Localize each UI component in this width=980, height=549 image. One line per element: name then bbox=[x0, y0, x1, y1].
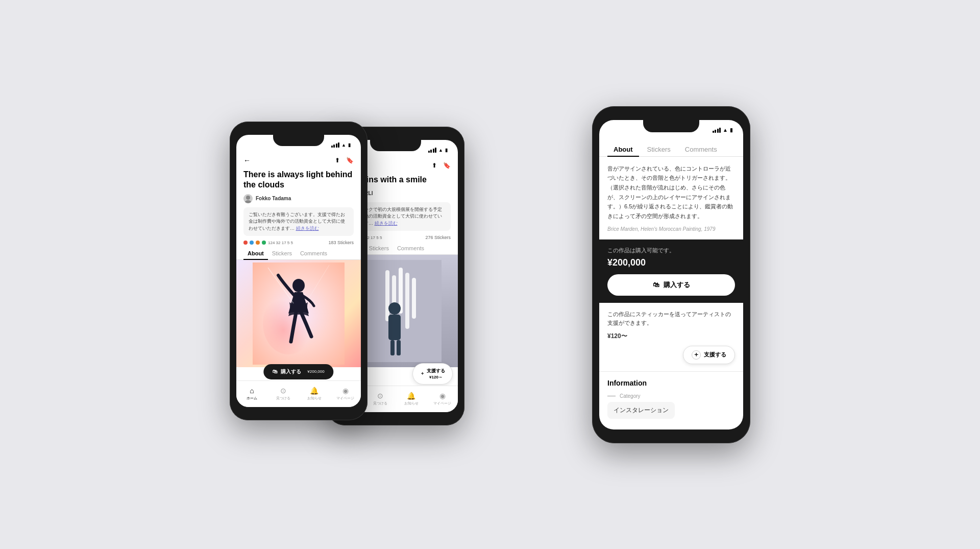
profile-icon: ◉ bbox=[439, 392, 446, 400]
sticker-count: 183 Stickers bbox=[328, 240, 354, 245]
tabs: About Stickers Comments bbox=[236, 247, 361, 260]
dot-numbers: 32 17 5 5 bbox=[365, 235, 382, 240]
buy-button-large[interactable]: 🛍 購入する bbox=[607, 274, 735, 296]
bell-icon: 🔔 bbox=[407, 392, 415, 400]
dot-orange bbox=[256, 241, 260, 245]
article-title: There is always light behind the clouds bbox=[236, 166, 361, 192]
support-button-large[interactable]: ＋ 支援する bbox=[683, 346, 735, 364]
large-tabs: About Stickers Comments bbox=[599, 138, 743, 157]
tab-stickers[interactable]: Stickers bbox=[268, 247, 296, 259]
home-icon: ⌂ bbox=[250, 387, 254, 395]
tab-comments[interactable]: Comments bbox=[393, 242, 428, 254]
author-name: Fokko Tadama bbox=[256, 196, 291, 201]
support-section: この作品にスティッカーを送ってアーティストの支援ができます。 ¥120〜 ＋ 支… bbox=[599, 303, 743, 372]
sticker-count: 276 Stickers bbox=[425, 235, 451, 240]
phone-1: 9:41 ▲ ▮ ← ⬆ 🔖 bbox=[230, 122, 368, 420]
profile-icon: ◉ bbox=[342, 387, 349, 395]
nav-mypage[interactable]: ◉ マイページ bbox=[330, 387, 361, 401]
share-icon[interactable]: ⬆ bbox=[432, 162, 437, 169]
support-button[interactable]: ＋ 支援する¥120～ bbox=[412, 363, 453, 385]
svg-rect-11 bbox=[397, 340, 401, 355]
search-icon: ⊙ bbox=[377, 392, 383, 400]
battery-icon: ▮ bbox=[445, 148, 448, 153]
dot-green bbox=[262, 241, 266, 245]
author-row: Fokko Tadama bbox=[236, 192, 361, 205]
dot-numbers: 124 32 17 5 5 bbox=[268, 241, 293, 245]
support-text: この作品にスティッカーを送ってアーティストの支援ができます。 bbox=[607, 310, 735, 328]
wifi-icon: ▲ bbox=[341, 142, 346, 148]
read-more-link[interactable]: 続きを読む bbox=[296, 226, 319, 231]
nav-discover[interactable]: ⊙ 見つける bbox=[267, 387, 299, 401]
search-icon: ⊙ bbox=[280, 387, 286, 395]
plus-icon: ＋ bbox=[420, 370, 425, 377]
purchase-label: この作品は購入可能です。 bbox=[607, 247, 735, 254]
nav-notify[interactable]: 🔔 お知らせ bbox=[299, 387, 330, 401]
purchase-section: この作品は購入可能です。 ¥200,000 🛍 購入する bbox=[599, 240, 743, 303]
svg-point-13 bbox=[245, 200, 251, 203]
description-text: 音がアサインされている、色にコントローラが近づいたとき、その音階と色がトリガーさ… bbox=[607, 164, 735, 221]
phone-3: 9:41 ▲ ▮ About Stickers Comments 音がアサイ bbox=[592, 106, 750, 443]
svg-point-12 bbox=[246, 196, 250, 200]
buy-price: ¥200,000 bbox=[307, 369, 324, 374]
phone-group-left: 9:41 ▲ ▮ ← ⬆ 🔖 bbox=[230, 122, 459, 428]
svg-rect-6 bbox=[405, 273, 409, 329]
tab-about[interactable]: About bbox=[243, 247, 268, 259]
bell-icon: 🔔 bbox=[310, 387, 318, 395]
buy-button[interactable]: 🛍 購入する ¥200,000 bbox=[263, 364, 333, 379]
battery-icon: ▮ bbox=[348, 142, 351, 148]
dot-blue bbox=[250, 241, 254, 245]
info-section: Information Category インスタレーション bbox=[599, 372, 743, 424]
artwork-image bbox=[236, 260, 361, 367]
svg-rect-3 bbox=[385, 270, 389, 321]
cart-icon: 🛍 bbox=[653, 281, 659, 289]
tab-stickers-large[interactable]: Stickers bbox=[641, 142, 677, 156]
svg-point-8 bbox=[388, 302, 401, 315]
description-section: 音がアサインされている、色にコントローラが近づいたとき、その音階と色がトリガーさ… bbox=[599, 157, 743, 240]
support-price: ¥120〜 bbox=[607, 332, 735, 341]
description-credit: Brice Marden, Helen's Moroccan Painting,… bbox=[607, 226, 735, 232]
nav-home[interactable]: ⌂ ホーム bbox=[236, 387, 267, 401]
nav-bar: ← ⬆ 🔖 bbox=[236, 153, 361, 166]
category-value: インスタレーション bbox=[607, 402, 675, 419]
tab-comments-large[interactable]: Comments bbox=[679, 142, 723, 156]
description-box: ご覧いただき有難うございます。支援で得たお金は制作費や海外での活動資金として大切… bbox=[243, 207, 354, 236]
author-avatar bbox=[243, 194, 253, 203]
nav-discover[interactable]: ⊙ 見つける bbox=[364, 392, 396, 406]
support-label: 支援する¥120～ bbox=[427, 368, 445, 380]
dot-red bbox=[243, 241, 248, 245]
buy-label: 購入する bbox=[664, 280, 690, 290]
svg-rect-7 bbox=[412, 278, 416, 319]
bottom-nav: ⌂ ホーム ⊙ 見つける 🔔 お知らせ ◉ マ bbox=[236, 380, 361, 407]
scene: 9:41 ▲ ▮ ← ⬆ 🔖 bbox=[230, 106, 750, 443]
read-more-link[interactable]: 続きを読む bbox=[375, 221, 398, 226]
purchase-price: ¥200,000 bbox=[607, 257, 735, 268]
buy-label: 購入する bbox=[281, 368, 301, 375]
plus-circle-icon: ＋ bbox=[692, 350, 701, 360]
nav-notify[interactable]: 🔔 お知らせ bbox=[396, 392, 427, 406]
wifi-icon: ▲ bbox=[723, 127, 728, 133]
wifi-icon: ▲ bbox=[438, 148, 443, 153]
nav-mypage[interactable]: ◉ マイページ bbox=[427, 392, 458, 406]
back-icon[interactable]: ← bbox=[243, 156, 251, 164]
share-icon[interactable]: ⬆ bbox=[335, 157, 340, 164]
bookmark-icon[interactable]: 🔖 bbox=[443, 162, 451, 169]
category-label: Category bbox=[607, 393, 735, 399]
support-label: 支援する bbox=[704, 351, 726, 359]
tab-about-large[interactable]: About bbox=[607, 142, 639, 156]
info-title: Information bbox=[607, 379, 735, 387]
tab-stickers[interactable]: Stickers bbox=[365, 242, 393, 254]
svg-rect-10 bbox=[390, 340, 395, 355]
artwork-dancer-svg bbox=[253, 262, 345, 365]
tab-comments[interactable]: Comments bbox=[296, 247, 331, 259]
svg-rect-9 bbox=[388, 315, 401, 340]
bookmark-icon[interactable]: 🔖 bbox=[346, 157, 354, 164]
cart-icon: 🛍 bbox=[273, 369, 278, 374]
svg-point-16 bbox=[292, 279, 305, 292]
sticker-count-row: 124 32 17 5 5 183 Stickers bbox=[236, 238, 361, 247]
battery-icon: ▮ bbox=[730, 127, 733, 133]
